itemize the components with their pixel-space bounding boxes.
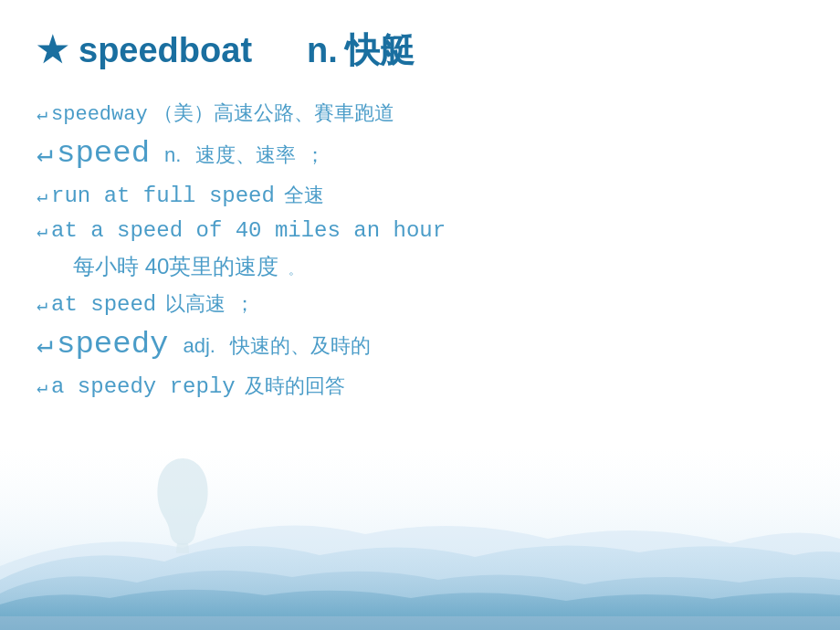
- list-item: ↵ speedway （美）高速公路、賽車跑道: [37, 100, 803, 127]
- entry-meaning: 快速的、及時的: [230, 332, 371, 360]
- star-icon: ★: [37, 30, 68, 70]
- list-item: 每小時 40英里的速度 。: [37, 252, 803, 281]
- entry-meaning: （美）高速公路、賽車跑道: [153, 100, 394, 127]
- entry-text: a speedy reply: [51, 374, 236, 399]
- entry-suffix: ；: [305, 142, 325, 169]
- arrow-icon: ↵: [37, 327, 53, 361]
- entry-meaning: 速度、速率: [195, 142, 296, 169]
- arrow-icon: ↵: [37, 375, 47, 398]
- entry-text: at speed: [51, 292, 156, 317]
- entry-pos: n.: [164, 143, 181, 167]
- list-item: ↵ run at full speed 全速: [37, 182, 803, 209]
- arrow-icon: ↵: [37, 102, 47, 125]
- entry-text: speed: [57, 136, 150, 171]
- mountain-background: [0, 447, 840, 630]
- svg-rect-1: [0, 616, 840, 630]
- entry-meaning: 及時的回答: [245, 373, 345, 400]
- entry-dot: 。: [289, 262, 301, 277]
- list-item: ↵ speedy adj. 快速的、及時的: [37, 327, 803, 362]
- list-item: ↵ at a speed of 40 miles an hour: [37, 218, 803, 243]
- entry-meaning: 以高速: [165, 290, 226, 318]
- entry-text: at a speed of 40 miles an hour: [51, 218, 446, 243]
- entry-meaning: 每小時 40英里的速度: [73, 254, 278, 278]
- arrow-icon: ↵: [37, 136, 53, 170]
- face-silhouette: [146, 457, 219, 557]
- title-pos: n.: [307, 31, 338, 70]
- entry-meaning: 全速: [284, 182, 324, 209]
- arrow-icon: ↵: [37, 293, 47, 316]
- list-item: ↵ speed n. 速度、速率 ；: [37, 136, 803, 171]
- arrow-icon: ↵: [37, 184, 47, 207]
- entry-text: speedy: [57, 327, 168, 362]
- entry-suffix: ；: [235, 290, 255, 318]
- title-chinese: 快艇: [345, 27, 415, 74]
- entry-pos: adj.: [183, 334, 215, 358]
- title-row: ★ speedboat n. 快艇: [37, 27, 803, 74]
- entry-text: run at full speed: [51, 184, 275, 208]
- entry-text: speedway: [51, 103, 148, 126]
- list-item: ↵ at speed 以高速 ；: [37, 290, 803, 318]
- main-content: ★ speedboat n. 快艇 ↵ speedway （美）高速公路、賽車跑…: [0, 0, 840, 400]
- title-english: speedboat: [79, 31, 252, 70]
- list-item: ↵ a speedy reply 及時的回答: [37, 373, 803, 400]
- arrow-icon: ↵: [37, 219, 47, 242]
